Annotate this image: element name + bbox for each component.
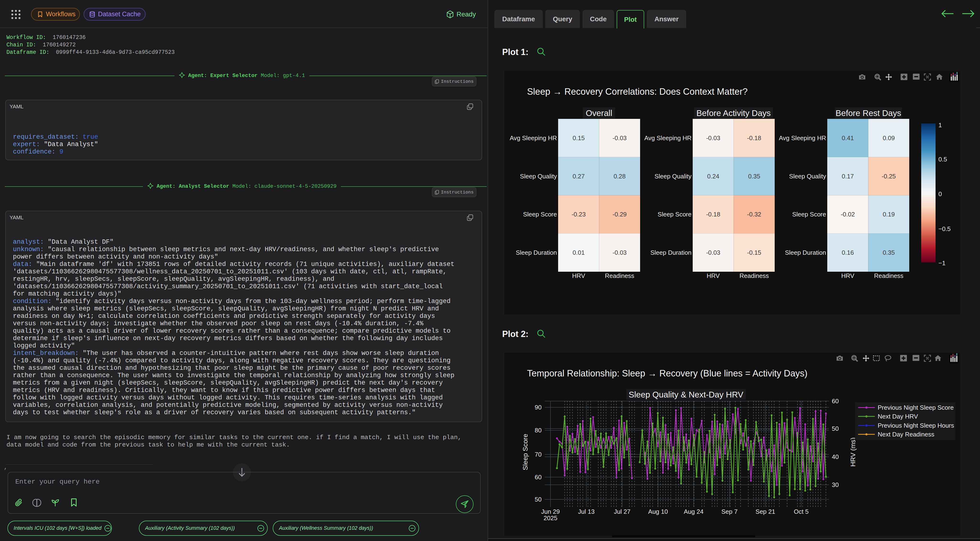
svg-text:Before Activity Days: Before Activity Days [696,109,771,118]
svg-text:Sleep Score: Sleep Score [523,211,557,218]
svg-text:-0.18: -0.18 [706,211,720,218]
svg-text:-0.02: -0.02 [841,211,855,218]
svg-text:0.5: 0.5 [939,156,947,163]
svg-text:Readiness: Readiness [605,272,634,279]
svg-text:−1: −1 [939,260,946,267]
svg-text:Temporal Relationship: Sleep →: Temporal Relationship: Sleep → Recovery … [527,368,807,378]
svg-text:0.01: 0.01 [573,249,585,256]
svg-text:HRV: HRV [572,272,585,279]
svg-text:90: 90 [535,404,542,411]
svg-text:Sleep Quality: Sleep Quality [789,173,826,180]
svg-text:Before Rest Days: Before Rest Days [836,109,901,118]
svg-text:-0.23: -0.23 [571,211,585,218]
svg-text:Jul 13: Jul 13 [578,508,595,515]
svg-text:Next Day Readiness: Next Day Readiness [878,431,934,438]
svg-text:-0.03: -0.03 [706,249,720,256]
svg-text:Sleep Quality: Sleep Quality [654,173,692,180]
svg-text:Avg Sleeping HR: Avg Sleeping HR [510,134,557,142]
svg-text:Previous Night Sleep Score: Previous Night Sleep Score [878,404,954,411]
svg-text:60: 60 [535,474,542,481]
svg-text:Sleep Score: Sleep Score [657,211,692,218]
svg-text:Readiness: Readiness [740,272,769,279]
svg-text:Sleep Score: Sleep Score [792,211,826,218]
svg-text:-0.25: -0.25 [882,173,896,180]
svg-text:Sep 21: Sep 21 [756,508,775,515]
svg-text:2025: 2025 [544,514,557,522]
svg-text:Next Day HRV: Next Day HRV [878,413,918,420]
svg-text:0.27: 0.27 [573,173,585,180]
svg-text:Overall: Overall [586,109,612,118]
svg-text:1: 1 [939,121,942,129]
svg-text:Avg Sleeping HR: Avg Sleeping HR [644,134,692,142]
svg-text:80: 80 [535,427,542,434]
svg-text:0.16: 0.16 [842,249,854,256]
svg-text:Sleep Duration: Sleep Duration [651,249,692,256]
svg-text:Oct 5: Oct 5 [794,508,809,515]
svg-text:0.19: 0.19 [883,211,895,218]
svg-text:-0.32: -0.32 [747,211,761,218]
svg-text:Jun 29: Jun 29 [541,508,560,515]
svg-text:40: 40 [832,453,839,460]
svg-text:0.09: 0.09 [883,134,895,142]
svg-text:Avg Sleeping HR: Avg Sleeping HR [779,134,826,142]
svg-text:−0.5: −0.5 [939,225,951,233]
svg-text:Sleep Quality: Sleep Quality [520,173,557,180]
svg-text:0.35: 0.35 [883,249,895,256]
svg-text:30: 30 [832,481,839,488]
svg-text:0.17: 0.17 [842,173,854,180]
svg-text:50: 50 [832,425,839,432]
svg-text:Sleep Quality & Next-Day HRV: Sleep Quality & Next-Day HRV [628,390,743,399]
svg-text:Jul 27: Jul 27 [614,508,630,515]
svg-text:Sleep Duration: Sleep Duration [785,249,826,256]
svg-text:-0.03: -0.03 [706,134,720,142]
svg-text:0.28: 0.28 [614,173,626,180]
svg-text:0.24: 0.24 [707,173,719,180]
svg-text:-0.29: -0.29 [612,211,627,218]
svg-text:Sleep Duration: Sleep Duration [516,249,557,256]
svg-text:70: 70 [535,451,542,458]
svg-text:-0.15: -0.15 [747,249,761,256]
svg-text:Previous Night Sleep Hours: Previous Night Sleep Hours [878,422,954,429]
svg-text:60: 60 [832,397,839,405]
svg-text:-0.18: -0.18 [747,134,761,142]
svg-text:HRV (ms): HRV (ms) [849,437,857,467]
svg-text:Readiness: Readiness [874,272,904,279]
svg-text:0: 0 [939,190,942,198]
svg-text:0.41: 0.41 [842,134,854,142]
svg-text:-0.03: -0.03 [612,134,627,142]
svg-text:Sep 7: Sep 7 [721,508,738,515]
svg-text:0.35: 0.35 [748,173,760,180]
svg-text:0.15: 0.15 [573,134,585,142]
svg-text:HRV: HRV [842,272,854,279]
svg-text:Aug 24: Aug 24 [684,508,703,515]
svg-text:50: 50 [535,496,542,503]
svg-text:HRV: HRV [707,272,720,279]
svg-text:Sleep Score: Sleep Score [522,434,529,471]
svg-text:Aug 10: Aug 10 [648,508,668,515]
svg-text:-0.03: -0.03 [612,249,627,256]
svg-text:Sleep → Recovery Correlations:: Sleep → Recovery Correlations: Does Cont… [527,86,748,97]
